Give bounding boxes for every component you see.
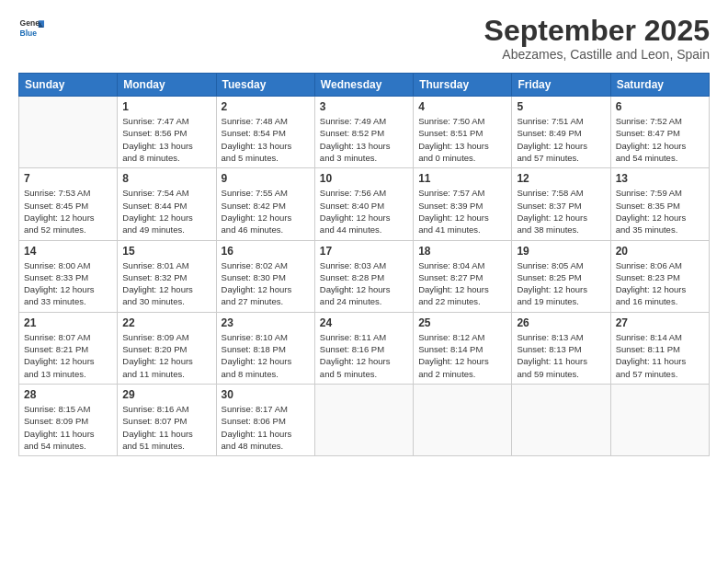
calendar-cell: 20Sunrise: 8:06 AM Sunset: 8:23 PM Dayli…	[610, 240, 709, 312]
day-number: 19	[517, 245, 605, 258]
calendar-cell: 19Sunrise: 8:05 AM Sunset: 8:25 PM Dayli…	[512, 240, 610, 312]
calendar-title: September 2025	[484, 15, 710, 47]
calendar-cell	[314, 384, 413, 455]
calendar-cell: 8Sunrise: 7:54 AM Sunset: 8:44 PM Daylig…	[118, 168, 216, 240]
day-number: 9	[222, 172, 310, 185]
day-number: 14	[24, 245, 112, 258]
day-number: 15	[122, 245, 210, 258]
calendar-week-row: 21Sunrise: 8:07 AM Sunset: 8:21 PM Dayli…	[19, 312, 710, 384]
day-info: Sunrise: 8:06 AM Sunset: 8:23 PM Dayligh…	[616, 259, 704, 308]
calendar-cell: 25Sunrise: 8:12 AM Sunset: 8:14 PM Dayli…	[414, 312, 512, 384]
day-info: Sunrise: 7:59 AM Sunset: 8:35 PM Dayligh…	[616, 187, 704, 236]
calendar-cell	[19, 97, 118, 168]
calendar-cell: 1Sunrise: 7:47 AM Sunset: 8:56 PM Daylig…	[118, 97, 216, 168]
calendar-cell: 30Sunrise: 8:17 AM Sunset: 8:06 PM Dayli…	[216, 384, 314, 455]
title-section: September 2025 Abezames, Castille and Le…	[484, 15, 710, 62]
calendar-week-row: 7Sunrise: 7:53 AM Sunset: 8:45 PM Daylig…	[19, 168, 710, 240]
day-number: 30	[222, 388, 310, 401]
day-info: Sunrise: 7:56 AM Sunset: 8:40 PM Dayligh…	[320, 187, 408, 236]
calendar-week-row: 14Sunrise: 8:00 AM Sunset: 8:33 PM Dayli…	[19, 240, 710, 312]
day-info: Sunrise: 7:47 AM Sunset: 8:56 PM Dayligh…	[122, 115, 210, 164]
day-number: 12	[517, 172, 605, 185]
day-number: 24	[320, 316, 408, 329]
header-wednesday: Wednesday	[314, 74, 413, 97]
calendar-cell: 11Sunrise: 7:57 AM Sunset: 8:39 PM Dayli…	[414, 168, 512, 240]
calendar-cell: 24Sunrise: 8:11 AM Sunset: 8:16 PM Dayli…	[314, 312, 413, 384]
calendar-cell: 18Sunrise: 8:04 AM Sunset: 8:27 PM Dayli…	[414, 240, 512, 312]
calendar-cell: 6Sunrise: 7:52 AM Sunset: 8:47 PM Daylig…	[610, 97, 709, 168]
header-thursday: Thursday	[414, 74, 512, 97]
svg-text:Blue: Blue	[20, 29, 38, 38]
header: General Blue September 2025 Abezames, Ca…	[18, 15, 710, 62]
day-info: Sunrise: 7:51 AM Sunset: 8:49 PM Dayligh…	[517, 115, 605, 164]
logo-icon: General Blue	[18, 15, 44, 40]
day-number: 23	[222, 316, 310, 329]
day-info: Sunrise: 8:04 AM Sunset: 8:27 PM Dayligh…	[418, 259, 506, 308]
calendar-subtitle: Abezames, Castille and Leon, Spain	[484, 47, 710, 62]
weekday-header-row: Sunday Monday Tuesday Wednesday Thursday…	[19, 74, 710, 97]
calendar-cell: 26Sunrise: 8:13 AM Sunset: 8:13 PM Dayli…	[512, 312, 610, 384]
header-sunday: Sunday	[19, 74, 118, 97]
calendar-cell: 12Sunrise: 7:58 AM Sunset: 8:37 PM Dayli…	[512, 168, 610, 240]
day-info: Sunrise: 8:00 AM Sunset: 8:33 PM Dayligh…	[24, 259, 112, 308]
calendar-table: Sunday Monday Tuesday Wednesday Thursday…	[18, 73, 710, 456]
day-number: 1	[122, 100, 210, 113]
day-info: Sunrise: 8:10 AM Sunset: 8:18 PM Dayligh…	[222, 331, 310, 380]
calendar-cell: 28Sunrise: 8:15 AM Sunset: 8:09 PM Dayli…	[19, 384, 118, 455]
day-number: 7	[24, 172, 112, 185]
day-info: Sunrise: 7:48 AM Sunset: 8:54 PM Dayligh…	[222, 115, 310, 164]
header-tuesday: Tuesday	[216, 74, 314, 97]
calendar-cell: 17Sunrise: 8:03 AM Sunset: 8:28 PM Dayli…	[314, 240, 413, 312]
calendar-cell: 5Sunrise: 7:51 AM Sunset: 8:49 PM Daylig…	[512, 97, 610, 168]
day-info: Sunrise: 8:17 AM Sunset: 8:06 PM Dayligh…	[222, 403, 310, 452]
calendar-cell: 7Sunrise: 7:53 AM Sunset: 8:45 PM Daylig…	[19, 168, 118, 240]
day-number: 5	[517, 100, 605, 113]
calendar-cell: 22Sunrise: 8:09 AM Sunset: 8:20 PM Dayli…	[118, 312, 216, 384]
day-number: 4	[418, 100, 506, 113]
calendar-cell	[610, 384, 709, 455]
calendar-cell: 23Sunrise: 8:10 AM Sunset: 8:18 PM Dayli…	[216, 312, 314, 384]
calendar-cell: 13Sunrise: 7:59 AM Sunset: 8:35 PM Dayli…	[610, 168, 709, 240]
day-number: 11	[418, 172, 506, 185]
day-number: 20	[616, 245, 704, 258]
calendar-cell: 15Sunrise: 8:01 AM Sunset: 8:32 PM Dayli…	[118, 240, 216, 312]
day-info: Sunrise: 8:16 AM Sunset: 8:07 PM Dayligh…	[122, 403, 210, 452]
calendar-cell	[512, 384, 610, 455]
calendar-cell: 3Sunrise: 7:49 AM Sunset: 8:52 PM Daylig…	[314, 97, 413, 168]
day-number: 21	[24, 316, 112, 329]
day-number: 27	[616, 316, 704, 329]
day-info: Sunrise: 7:52 AM Sunset: 8:47 PM Dayligh…	[616, 115, 704, 164]
day-number: 3	[320, 100, 408, 113]
page: General Blue September 2025 Abezames, Ca…	[0, 0, 728, 563]
day-number: 29	[122, 388, 210, 401]
day-info: Sunrise: 7:50 AM Sunset: 8:51 PM Dayligh…	[418, 115, 506, 164]
calendar-cell: 2Sunrise: 7:48 AM Sunset: 8:54 PM Daylig…	[216, 97, 314, 168]
day-info: Sunrise: 8:11 AM Sunset: 8:16 PM Dayligh…	[320, 331, 408, 380]
day-number: 17	[320, 245, 408, 258]
day-number: 28	[24, 388, 112, 401]
day-info: Sunrise: 8:03 AM Sunset: 8:28 PM Dayligh…	[320, 259, 408, 308]
day-number: 13	[616, 172, 704, 185]
calendar-cell: 16Sunrise: 8:02 AM Sunset: 8:30 PM Dayli…	[216, 240, 314, 312]
calendar-cell: 10Sunrise: 7:56 AM Sunset: 8:40 PM Dayli…	[314, 168, 413, 240]
day-number: 18	[418, 245, 506, 258]
day-number: 10	[320, 172, 408, 185]
day-number: 6	[616, 100, 704, 113]
calendar-cell: 21Sunrise: 8:07 AM Sunset: 8:21 PM Dayli…	[19, 312, 118, 384]
day-info: Sunrise: 8:09 AM Sunset: 8:20 PM Dayligh…	[122, 331, 210, 380]
day-info: Sunrise: 7:53 AM Sunset: 8:45 PM Dayligh…	[24, 187, 112, 236]
day-info: Sunrise: 8:15 AM Sunset: 8:09 PM Dayligh…	[24, 403, 112, 452]
day-info: Sunrise: 8:02 AM Sunset: 8:30 PM Dayligh…	[222, 259, 310, 308]
header-saturday: Saturday	[610, 74, 709, 97]
header-friday: Friday	[512, 74, 610, 97]
day-info: Sunrise: 7:54 AM Sunset: 8:44 PM Dayligh…	[122, 187, 210, 236]
calendar-week-row: 1Sunrise: 7:47 AM Sunset: 8:56 PM Daylig…	[19, 97, 710, 168]
day-info: Sunrise: 8:12 AM Sunset: 8:14 PM Dayligh…	[418, 331, 506, 380]
calendar-cell: 9Sunrise: 7:55 AM Sunset: 8:42 PM Daylig…	[216, 168, 314, 240]
calendar-cell: 27Sunrise: 8:14 AM Sunset: 8:11 PM Dayli…	[610, 312, 709, 384]
day-info: Sunrise: 8:01 AM Sunset: 8:32 PM Dayligh…	[122, 259, 210, 308]
calendar-cell: 4Sunrise: 7:50 AM Sunset: 8:51 PM Daylig…	[414, 97, 512, 168]
day-number: 26	[517, 316, 605, 329]
calendar-cell: 14Sunrise: 8:00 AM Sunset: 8:33 PM Dayli…	[19, 240, 118, 312]
day-info: Sunrise: 7:49 AM Sunset: 8:52 PM Dayligh…	[320, 115, 408, 164]
